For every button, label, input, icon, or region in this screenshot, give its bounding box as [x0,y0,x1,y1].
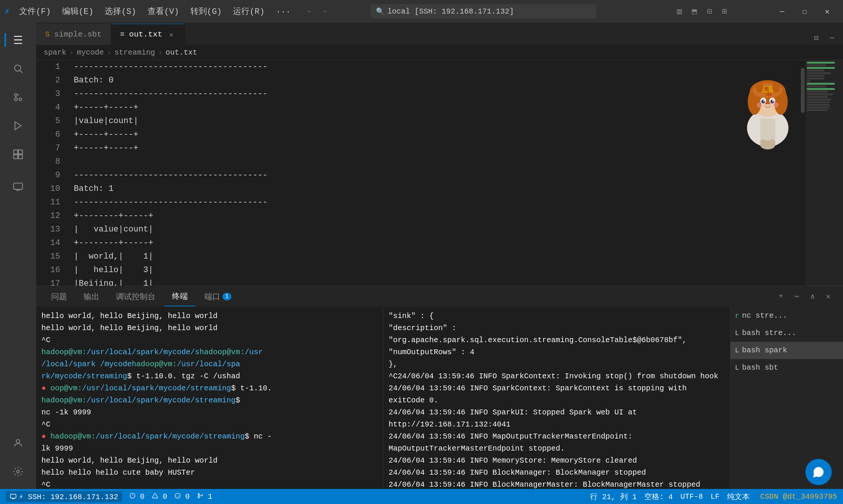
search-bar[interactable]: 🔍 local [SSH: 192.168.171.132] [371,4,596,18]
close-button[interactable]: ✕ [816,0,838,23]
breadcrumb-streaming[interactable]: streaming [114,48,155,57]
activity-extensions[interactable] [5,141,32,168]
activity-account[interactable] [5,429,32,457]
code-line-17: |Beijing,| 1| [74,279,153,286]
breadcrumb-spark[interactable]: spark [44,48,66,57]
terminal-item-bash-sbt-label: bash sbt [742,361,778,375]
breadcrumb-mycode[interactable]: mycode [77,48,104,57]
menu-file[interactable]: 文件(F) [14,4,56,18]
term-right-line-1: "sink" : { [389,310,725,322]
tab-close-out-txt[interactable]: ✕ [167,30,176,39]
panel-tab-ports-label: 端口 [204,291,220,302]
toggle-sidebar-button[interactable]: ▥ [673,5,686,18]
panel-tab-ports[interactable]: 端口 1 [197,287,239,306]
code-line-5: |value|count| [74,116,138,126]
terminal-item-bash-sbt[interactable]: L bash sbt [730,359,843,376]
code-line-10: Batch: 1 [74,184,114,193]
add-terminal-button[interactable]: + [774,289,788,304]
svg-point-44 [198,496,199,498]
activity-remote[interactable] [5,173,32,200]
status-spaces[interactable]: 空格: 4 [644,492,673,502]
panel-tab-output[interactable]: 输出 [76,287,107,306]
activity-settings[interactable] [5,458,32,485]
term-line-5: /local/spark /mycodehadoop@vm:/usr/local… [41,358,378,370]
kill-terminal-button[interactable]: ⋯ [790,289,804,304]
panel-tab-terminal[interactable]: 终端 [164,287,195,306]
editor-scrollbar[interactable] [799,60,805,286]
tab-simple-sbt[interactable]: S simple.sbt [36,24,111,45]
bash-icon-2: L [735,343,739,358]
activity-debug[interactable] [5,112,32,139]
term-right-line-7: 24/06/04 13:59:46 INFO SparkUI: Stopped … [389,407,725,431]
svg-rect-36 [11,494,16,498]
terminal-panel: 问题 输出 调试控制台 终端 端口 1 [36,286,843,489]
code-editor[interactable]: --------------------------------------- … [66,60,799,286]
term-line-1: hello world, hello Beijing, hello world [41,310,378,322]
menu-view[interactable]: 查看(V) [142,4,184,18]
ssh-status[interactable]: ⚡ SSH: 192.168.171.132 [6,491,122,502]
split-editor-button[interactable]: ⊟ [703,5,716,18]
svg-point-4 [15,98,17,100]
terminal-item-bash-spark[interactable]: L bash spark [730,342,843,359]
minimize-button[interactable]: — [771,0,793,23]
status-lf[interactable]: LF [711,492,720,501]
back-button[interactable]: ← [303,5,317,18]
search-text: local [SSH: 192.168.171.132] [387,7,514,16]
breadcrumb: spark › mycode › streaming › out.txt [36,45,843,60]
term-line-10: ^C [41,419,378,431]
term-line-6: rk/mycode/streaming$ t-1.10.0. tgz -C /u… [41,370,378,382]
status-position[interactable]: 行 21, 列 1 [590,492,637,502]
code-line-12: +--------+-----+ [74,211,153,221]
breadcrumb-sep-1: › [69,48,74,57]
branch-icon [197,493,203,499]
breadcrumb-sep-3: › [158,48,163,57]
status-user: CSDN @dt_34993795 [760,492,837,501]
more-actions-button[interactable]: ⋯ [825,30,839,45]
editor-content[interactable]: 12345 678910 1112131415 1617181920 21 --… [36,60,843,286]
activity-source-control[interactable] [5,84,32,111]
menu-select[interactable]: 选择(S) [99,4,142,18]
menu-bar: 文件(F) 编辑(E) 选择(S) 查看(V) 转到(G) 运行(R) ... [14,4,296,18]
status-encoding[interactable]: UTF-8 [680,492,703,501]
panel-tab-debug[interactable]: 调试控制台 [108,287,163,306]
term-line-2: hello world, hello Beijing, hello world [41,322,378,334]
terminal-left-pane[interactable]: hello world, hello Beijing, hello world … [36,307,383,489]
breadcrumb-file[interactable]: out.txt [166,48,197,57]
svg-marker-5 [15,122,21,130]
panel-tab-debug-label: 调试控制台 [116,291,155,302]
window-controls: — ☐ ✕ [771,0,838,23]
activity-search[interactable] [5,55,32,82]
panel-tab-problems-label: 问题 [51,291,67,302]
panel-tabs: 问题 输出 调试控制台 终端 端口 1 [36,286,843,307]
terminal-right-pane[interactable]: "sink" : { "description" : "org.apache.s… [383,307,730,489]
svg-rect-9 [18,155,22,159]
terminal-item-bash-stre[interactable]: L bash stre... [730,324,843,342]
toggle-panel-button[interactable]: ⬒ [688,5,701,18]
tab-out-txt[interactable]: ≡ out.txt ✕ [111,24,185,45]
chat-button[interactable] [805,459,832,485]
maximize-panel-button[interactable]: ∧ [805,289,820,304]
maximize-button[interactable]: ☐ [793,0,816,23]
menu-run[interactable]: 运行(R) [228,4,270,18]
svg-point-11 [16,440,20,443]
terminal-item-r-nc[interactable]: r nc stre... [730,307,843,324]
menu-goto[interactable]: 转到(G) [185,4,227,18]
more-layouts-button[interactable]: ⊞ [718,5,731,18]
status-warnings: 0 [152,492,167,501]
split-editor-right-button[interactable]: ⊟ [809,30,823,45]
close-panel-button[interactable]: ✕ [821,289,835,304]
code-line-11: --------------------------------------- [74,198,268,207]
panel-tab-problems[interactable]: 问题 [44,287,75,306]
menu-edit[interactable]: 编辑(E) [57,4,99,18]
activity-explorer[interactable] [5,26,32,53]
forward-button[interactable]: → [318,5,332,18]
svg-point-2 [15,94,17,96]
nav-buttons: ← → [303,5,332,18]
term-right-line-4: }, [389,358,725,370]
svg-point-43 [198,493,199,495]
status-language[interactable]: 纯文本 [727,492,750,502]
menu-more[interactable]: ... [271,4,296,18]
status-branch: 1 [197,492,212,501]
status-bar: ⚡ SSH: 192.168.171.132 0 0 0 1 行 21, 列 1… [0,489,843,504]
term-line-7: ● oop@vm:/usr/local/spark/mycode/streami… [41,382,378,394]
